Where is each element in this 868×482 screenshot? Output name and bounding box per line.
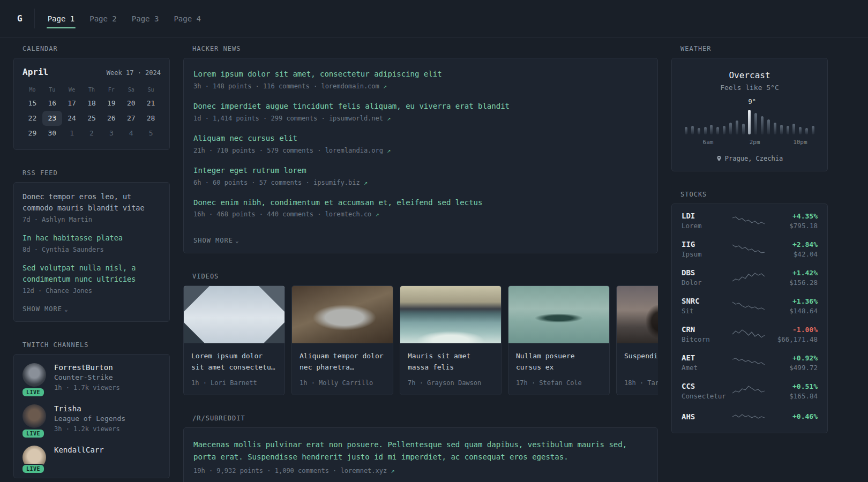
stock-id: IIG Ipsum xyxy=(682,240,729,258)
time-label: 6am xyxy=(703,139,714,146)
day-name: Su xyxy=(141,84,161,96)
calendar-date-next-month: 4 xyxy=(121,126,141,141)
channel-info: KendallCarr xyxy=(54,446,104,469)
hn-item: Aliquam nec cursus elit 21h · 710 points… xyxy=(193,133,648,155)
stock-id: SNRC Sit xyxy=(682,297,729,315)
rss-title-link[interactable]: In hac habitasse platea xyxy=(23,232,161,244)
rss-item-meta: 12d · Chance Jones xyxy=(23,286,161,296)
stock-row[interactable]: AET Amet +0.92% $499.72 xyxy=(682,353,818,372)
video-thumbnail xyxy=(400,286,501,343)
weather-widget: WEATHER Overcast Feels like 5°C 9° xyxy=(671,45,828,171)
hn-domain-link[interactable]: ipsumify.biz ↗ xyxy=(313,179,368,186)
calendar-date: 22 xyxy=(23,111,42,126)
hn-title-link[interactable]: Donec imperdiet augue tincidunt felis al… xyxy=(193,101,648,111)
rss-title-link[interactable]: Donec tempor eros leo, ut commodo mauris… xyxy=(23,191,161,214)
weather-bar xyxy=(805,128,808,134)
calendar-date-next-month: 2 xyxy=(82,126,102,141)
channel-meta: 3h · 1.2k viewers xyxy=(54,424,125,434)
weather-bar xyxy=(799,127,802,134)
weather-location: Prague, Czechia xyxy=(682,155,818,162)
hn-show-more-button[interactable]: SHOW MORE⌄ xyxy=(193,237,240,244)
video-body: Mauris sit amet massa felis 7h · Grayson… xyxy=(400,343,501,395)
hn-domain-link[interactable]: loremlandia.org ↗ xyxy=(325,147,391,154)
weather-bar xyxy=(787,126,789,134)
chevron-down-icon: ⌄ xyxy=(235,237,240,244)
time-label: 2pm xyxy=(750,139,760,146)
hn-title-link[interactable]: Donec enim nibh, condimentum et accumsan… xyxy=(193,198,648,208)
page-tabs: Page 1 Page 2 Page 3 Page 4 xyxy=(47,0,202,37)
avatar-wrap: LIVE xyxy=(23,363,46,393)
hn-title-link[interactable]: Aliquam nec cursus elit xyxy=(193,133,648,144)
stock-row[interactable]: CCS Consectetur +0.51% $165.84 xyxy=(682,382,818,400)
twitch-channel[interactable]: LIVE ForrestBurton Counter-Strike 1h · 1… xyxy=(23,363,161,393)
stock-row[interactable]: IIG Ipsum +2.84% $42.04 xyxy=(682,240,818,258)
avatar-wrap: LIVE xyxy=(23,404,46,434)
tab-page-4[interactable]: Page 4 xyxy=(173,0,202,37)
stock-name: Bitcorn xyxy=(682,335,729,343)
stock-values: +0.51% $165.84 xyxy=(768,382,818,400)
video-meta: 17h · Stefan Cole xyxy=(516,378,602,388)
hn-domain-link[interactable]: ipsumworld.net ↗ xyxy=(329,115,391,122)
stock-row[interactable]: AHS +0.46% xyxy=(682,410,818,424)
time-label: 10pm xyxy=(793,139,807,146)
channel-info: Trisha League of Legends 3h · 1.2k viewe… xyxy=(54,404,125,434)
videos-widget: VIDEOS Lorem ipsum dolor sit amet consec… xyxy=(183,273,658,395)
calendar-month: April xyxy=(23,67,48,77)
stock-symbol: SNRC xyxy=(682,297,729,305)
hn-domain-link[interactable]: loremtech.co ↗ xyxy=(325,210,379,218)
tab-page-2[interactable]: Page 2 xyxy=(88,0,118,37)
stock-name: Lorem xyxy=(682,222,729,230)
video-card[interactable]: Lorem ipsum dolor sit amet consectetu… 1… xyxy=(183,285,285,395)
stock-change: +0.51% xyxy=(768,382,818,390)
day-name: We xyxy=(62,84,82,96)
video-card[interactable]: Mauris sit amet massa felis 7h · Grayson… xyxy=(400,285,502,395)
calendar-date: 15 xyxy=(23,96,42,111)
hn-domain-link[interactable]: loremdomain.com ↗ xyxy=(321,82,387,90)
video-card[interactable]: Suspendisse diam 18h · Tara xyxy=(616,285,658,395)
hn-item-meta: 3h · 148 points · 116 comments · loremdo… xyxy=(193,81,648,91)
hn-item-meta: 6h · 60 points · 57 comments · ipsumify.… xyxy=(193,178,648,187)
calendar-date-next-month: 3 xyxy=(101,126,121,141)
stocks-header: STOCKS xyxy=(680,191,828,198)
video-title: Nullam posuere cursus ex xyxy=(516,350,602,373)
video-title: Suspendisse diam xyxy=(624,350,658,362)
video-card[interactable]: Aliquam tempor dolor nec pharetra… 1h · … xyxy=(291,285,393,395)
video-card[interactable]: Nullam posuere cursus ex 17h · Stefan Co… xyxy=(508,285,610,395)
weather-bar xyxy=(716,127,719,134)
weather-bar xyxy=(729,123,732,134)
hn-title-link[interactable]: Integer eget rutrum lorem xyxy=(193,165,648,176)
post-title-link[interactable]: Maecenas mollis pulvinar erat non posuer… xyxy=(193,439,648,463)
video-thumbnail xyxy=(184,286,285,343)
external-link-icon: ↗ xyxy=(391,467,394,475)
calendar-date-selected: 23 xyxy=(42,111,62,126)
rss-title-link[interactable]: Sed volutpat nulla nisl, a condimentum n… xyxy=(23,262,161,285)
stock-values: -1.00% $66,171.48 xyxy=(768,326,818,343)
rss-show-more-button[interactable]: SHOW MORE⌄ xyxy=(23,305,69,313)
stock-row[interactable]: SNRC Sit +1.36% $148.64 xyxy=(682,297,818,315)
stock-change: -1.00% xyxy=(768,326,818,334)
weather-header: WEATHER xyxy=(680,45,828,52)
stock-values: +1.42% $156.28 xyxy=(768,269,818,287)
stock-values: +0.92% $499.72 xyxy=(768,354,818,372)
calendar-date: 21 xyxy=(141,96,161,111)
twitch-channel[interactable]: LIVE Trisha League of Legends 3h · 1.2k … xyxy=(23,404,161,434)
post-domain-link[interactable]: loremnet.xyz ↗ xyxy=(341,467,395,475)
tab-page-1[interactable]: Page 1 xyxy=(47,0,76,37)
video-body: Lorem ipsum dolor sit amet consectetu… 1… xyxy=(184,343,285,395)
subreddit-widget: /R/SUBREDDIT Maecenas mollis pulvinar er… xyxy=(183,415,658,482)
rss-item: Donec tempor eros leo, ut commodo mauris… xyxy=(23,191,161,224)
stock-row[interactable]: CRN Bitcorn -1.00% $66,171.48 xyxy=(682,325,818,343)
twitch-channel[interactable]: LIVE KendallCarr xyxy=(23,446,161,469)
middle-column: HACKER NEWS Lorem ipsum dolor sit amet, … xyxy=(183,45,658,482)
app-logo[interactable]: G xyxy=(13,9,35,28)
stock-row[interactable]: LDI Lorem +4.35% $795.18 xyxy=(682,212,818,230)
hn-item: Lorem ipsum dolor sit amet, consectetur … xyxy=(193,69,648,91)
stock-row[interactable]: DBS Dolor +1.42% $156.28 xyxy=(682,268,818,287)
stocks-widget: STOCKS LDI Lorem +4.35% $795.18 IIG xyxy=(671,191,828,433)
hn-title-link[interactable]: Lorem ipsum dolor sit amet, consectetur … xyxy=(193,69,648,79)
right-column: WEATHER Overcast Feels like 5°C 9° xyxy=(671,45,828,453)
video-meta: 18h · Tara xyxy=(624,378,658,388)
live-badge: LIVE xyxy=(21,464,45,474)
weather-bars xyxy=(685,109,814,134)
tab-page-3[interactable]: Page 3 xyxy=(131,0,160,37)
